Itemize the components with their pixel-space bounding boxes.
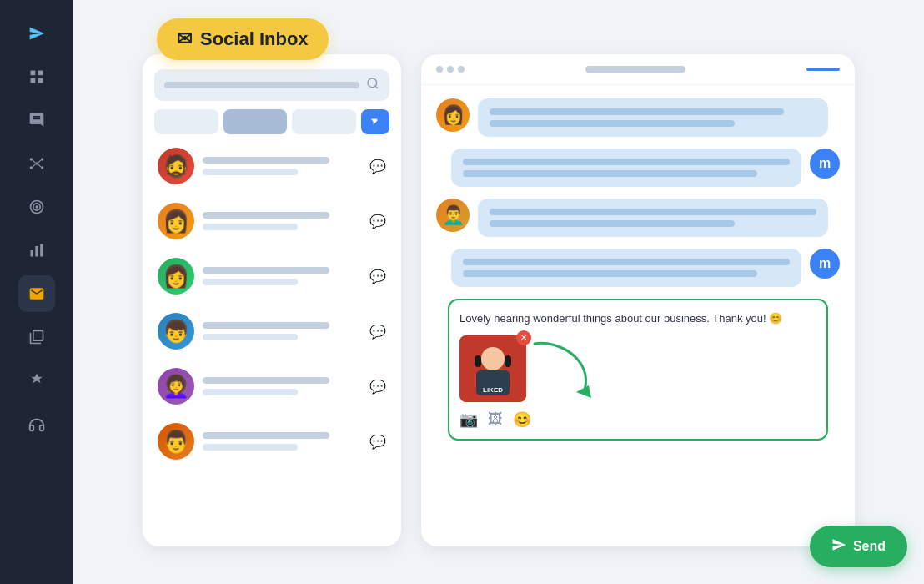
compose-image-wrapper: LiKED ✕: [459, 335, 526, 402]
avatar-4: 👦: [158, 313, 194, 350]
sidebar-item-chart[interactable]: [18, 232, 55, 269]
svg-point-19: [368, 78, 377, 88]
send-button[interactable]: Send: [810, 526, 907, 567]
svg-rect-2: [31, 78, 36, 83]
message-bubble-2: [451, 149, 801, 187]
item-chat-icon-5: 💬: [369, 379, 386, 395]
sidebar-item-social-inbox[interactable]: [18, 275, 55, 312]
svg-point-8: [41, 166, 43, 169]
chat-header-dots: [436, 66, 465, 73]
item-preview-line: [203, 444, 298, 451]
arrow-decoration: [526, 335, 610, 402]
svg-point-5: [30, 158, 33, 160]
svg-line-11: [33, 164, 35, 167]
svg-point-22: [481, 347, 505, 370]
svg-point-6: [41, 158, 43, 160]
camera-icon[interactable]: 📷: [459, 410, 478, 429]
message-row-4: m: [436, 249, 840, 287]
badge-mail-icon: ✉: [177, 28, 192, 50]
svg-marker-27: [576, 385, 591, 398]
item-chat-icon-4: 💬: [369, 324, 386, 340]
filter-button[interactable]: [361, 109, 389, 134]
message-row-2: m: [436, 149, 840, 187]
inbox-item[interactable]: 👨 💬: [154, 418, 389, 465]
sidebar: [0, 0, 73, 584]
dot-3: [458, 66, 465, 73]
msg-line: [463, 159, 790, 165]
search-placeholder-bar: [164, 82, 359, 88]
item-name-line: [203, 322, 329, 329]
message-bubble-1: [478, 98, 828, 137]
chat-panel: 👩 m: [421, 54, 855, 546]
social-inbox-badge: ✉ Social Inbox: [157, 18, 329, 60]
item-content-6: [203, 432, 361, 451]
svg-rect-16: [31, 250, 33, 257]
sidebar-item-nodes[interactable]: [18, 145, 55, 182]
inbox-item[interactable]: 🧔 💬: [154, 143, 389, 189]
avatar-2: 👩: [158, 203, 194, 239]
msg-line: [490, 209, 816, 215]
inbox-item[interactable]: 👦 💬: [154, 308, 389, 355]
msg-line: [490, 220, 735, 227]
message-row-3: 👨‍🦱: [436, 199, 840, 237]
item-content-4: [203, 322, 361, 340]
filter-tab-other[interactable]: [292, 109, 356, 134]
item-name-line: [203, 212, 329, 219]
inbox-panel: 🧔 💬 👩 💬 👩: [143, 54, 401, 546]
svg-rect-17: [35, 246, 38, 257]
chat-avatar-2: 👨‍🦱: [436, 199, 470, 232]
svg-line-12: [38, 164, 41, 167]
item-preview-line: [203, 169, 298, 175]
item-chat-icon-2: 💬: [369, 214, 386, 229]
emoji-icon[interactable]: 😊: [513, 410, 531, 429]
svg-rect-3: [38, 78, 43, 83]
item-content-3: [203, 267, 361, 285]
avatar-1: 🧔: [158, 148, 194, 184]
chat-avatar-me-2: m: [810, 249, 840, 279]
svg-rect-18: [40, 244, 43, 257]
item-content-5: [203, 377, 361, 395]
svg-point-4: [35, 162, 38, 164]
svg-rect-24: [475, 355, 481, 367]
inbox-item[interactable]: 👩 💬: [154, 198, 389, 244]
send-icon: [831, 537, 846, 556]
compose-image: LiKED: [459, 335, 526, 402]
compose-text[interactable]: Lovely hearing wonderful things about ou…: [459, 310, 816, 327]
filter-row: [154, 109, 389, 134]
chat-header-action-bar: [806, 68, 840, 71]
svg-point-15: [36, 206, 38, 208]
search-icon: [366, 77, 379, 93]
sidebar-item-send[interactable]: [18, 15, 55, 52]
sidebar-item-grid[interactable]: [18, 58, 55, 95]
sidebar-item-target[interactable]: [18, 189, 55, 225]
item-chat-icon-1: 💬: [369, 159, 386, 174]
svg-line-9: [33, 160, 35, 163]
sidebar-item-comments[interactable]: [18, 102, 55, 138]
sidebar-item-support[interactable]: [18, 405, 55, 442]
sidebar-item-library[interactable]: [18, 319, 55, 355]
filter-tab-active[interactable]: [223, 109, 288, 134]
svg-point-7: [30, 166, 33, 169]
main-container: ✉ Social Inbox: [0, 0, 924, 584]
svg-rect-0: [31, 71, 36, 76]
item-preview-line: [203, 334, 298, 340]
content-area: ✉ Social Inbox: [73, 0, 924, 584]
msg-line: [463, 259, 790, 265]
item-preview-line: [203, 279, 298, 285]
item-preview-line: [203, 389, 298, 395]
inbox-item[interactable]: 👩‍🦱 💬: [154, 363, 389, 410]
msg-line: [490, 108, 784, 115]
filter-tab-all[interactable]: [154, 109, 218, 134]
message-bubble-3: [478, 199, 828, 237]
badge-label: Social Inbox: [200, 28, 309, 50]
inbox-item[interactable]: 👩 💬: [154, 253, 389, 300]
chat-avatar-me-1: m: [810, 149, 840, 179]
item-preview-line: [203, 224, 298, 230]
search-bar[interactable]: [154, 69, 389, 101]
item-content-1: [203, 157, 361, 175]
chat-header: [421, 54, 855, 85]
compose-area[interactable]: Lovely hearing wonderful things about ou…: [448, 299, 828, 441]
image-icon[interactable]: 🖼: [488, 410, 503, 428]
msg-line: [490, 120, 735, 127]
sidebar-item-settings[interactable]: [18, 362, 55, 399]
